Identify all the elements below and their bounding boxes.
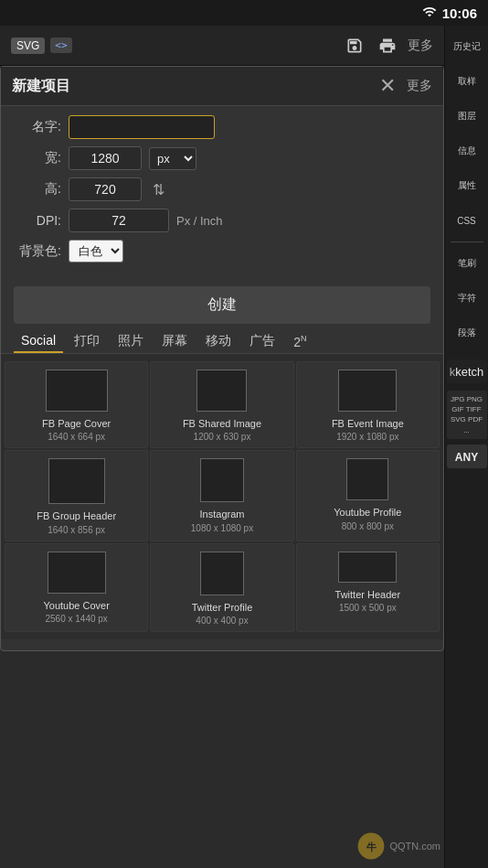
preset-instagram[interactable]: Instagram 1080 x 1080 px: [150, 450, 293, 541]
height-row: 高: ⇅: [14, 177, 430, 201]
preset-thumb-twitter-header: [338, 552, 397, 583]
svg-label: SVG: [11, 38, 45, 54]
save-icon[interactable]: [342, 33, 367, 59]
preset-thumb-youtube-profile: [346, 458, 388, 500]
new-project-dialog: 新建项目 ✕ 更多 名字: 宽: px cm mm in: [0, 66, 444, 651]
name-input[interactable]: [69, 115, 215, 139]
dpi-input[interactable]: [69, 209, 169, 232]
top-bar: SVG <> 更多: [0, 26, 444, 66]
preset-name-instagram: Instagram: [200, 508, 245, 520]
tab-custom-super: N: [301, 334, 307, 343]
dialog-close-button[interactable]: ✕: [379, 76, 396, 96]
tab-photo[interactable]: 照片: [111, 329, 151, 353]
sidebar-divider: [451, 241, 483, 242]
preset-fb-shared-image[interactable]: FB Shared Image 1200 x 630 px: [150, 361, 293, 448]
width-label: 宽:: [14, 150, 61, 166]
watermark-domain: QQTN.com: [389, 841, 440, 852]
form-area: 名字: 宽: px cm mm in 高: ⇅: [1, 106, 443, 279]
preset-thumb-fb-event-image: [338, 370, 397, 412]
create-button[interactable]: 创建: [14, 286, 430, 324]
preset-fb-group-header[interactable]: FB Group Header 1640 x 856 px: [5, 450, 148, 541]
bg-color-select[interactable]: 白色 黑色 透明: [69, 240, 123, 263]
preset-thumb-fb-group-header: [48, 458, 105, 504]
main-area: 新建项目 ✕ 更多 名字: 宽: px cm mm in: [0, 66, 444, 868]
sidebar-btn-sample[interactable]: 取样: [447, 65, 487, 98]
preset-size-fb-group-header: 1640 x 856 px: [48, 525, 105, 535]
dialog-header: 新建项目 ✕ 更多: [1, 67, 443, 106]
preset-name-youtube-profile: Youtube Profile: [334, 506, 401, 519]
bg-row: 背景色: 白色 黑色 透明: [14, 240, 430, 263]
sidebar-btn-info[interactable]: 信息: [447, 134, 487, 167]
tab-print[interactable]: 打印: [67, 329, 107, 353]
dpi-row: DPI: Px / Inch: [14, 209, 430, 232]
presets-grid: FB Page Cover 1640 x 664 px FB Shared Im…: [1, 354, 443, 639]
tabs-bar: Social 打印 照片 屏幕 移动 广告 2N: [1, 324, 443, 354]
svg-text:牛: 牛: [366, 841, 377, 852]
width-input[interactable]: [69, 146, 142, 170]
preset-name-fb-shared-image: FB Shared Image: [183, 417, 261, 430]
status-time: 10:06: [442, 5, 477, 21]
sidebar-btn-paragraph[interactable]: 段落: [447, 316, 487, 349]
preset-thumb-instagram: [200, 458, 244, 502]
wifi-icon: [422, 5, 437, 22]
preset-fb-event-image[interactable]: FB Event Image 1920 x 1080 px: [296, 361, 440, 448]
dpi-label: DPI:: [14, 213, 61, 228]
height-input[interactable]: [69, 177, 142, 201]
tab-social[interactable]: Social: [14, 329, 63, 353]
status-bar: 10:06: [0, 0, 488, 26]
tab-ads[interactable]: 广告: [242, 329, 282, 353]
preset-name-youtube-cover: Youtube Cover: [43, 599, 109, 612]
tab-custom[interactable]: 2N: [286, 330, 313, 353]
dpi-unit-label: Px / Inch: [176, 214, 223, 228]
preset-size-youtube-profile: 800 x 800 px: [342, 521, 394, 531]
sidebar-btn-char[interactable]: 字符: [447, 282, 487, 315]
sidebar-btn-css[interactable]: CSS: [447, 204, 487, 237]
dialog-title: 新建项目: [12, 77, 70, 96]
dialog-more-button[interactable]: 更多: [407, 78, 432, 94]
import-formats: JPG PNG GIF TIFF SVG PDF ...: [447, 391, 487, 439]
preset-twitter-header[interactable]: Twitter Header 1500 x 500 px: [296, 543, 440, 632]
preset-fb-page-cover[interactable]: FB Page Cover 1640 x 664 px: [5, 361, 148, 448]
preset-youtube-profile[interactable]: Youtube Profile 800 x 800 px: [296, 450, 440, 541]
watermark: 牛 QQTN.com: [356, 831, 440, 861]
preset-name-fb-page-cover: FB Page Cover: [42, 417, 111, 430]
preset-name-twitter-profile: Twitter Profile: [192, 601, 253, 614]
preset-name-fb-group-header: FB Group Header: [37, 509, 116, 522]
print-icon[interactable]: [375, 33, 400, 59]
preset-thumb-youtube-cover: [48, 552, 106, 594]
preset-thumb-fb-shared-image: [196, 370, 247, 412]
swap-dimensions-button[interactable]: ⇅: [149, 179, 168, 200]
preset-thumb-twitter-profile: [200, 552, 244, 595]
name-row: 名字:: [14, 115, 430, 139]
right-sidebar: 历史记 取样 图层 信息 属性 CSS 笔刷 字符 段落 kketch JPG …: [444, 26, 488, 868]
width-row: 宽: px cm mm in: [14, 146, 430, 170]
width-unit-select[interactable]: px cm mm in: [149, 147, 196, 170]
top-bar-icons: [342, 33, 400, 59]
tab-mobile[interactable]: 移动: [198, 329, 239, 353]
more-btn[interactable]: 更多: [408, 38, 433, 54]
preset-size-fb-shared-image: 1200 x 630 px: [194, 432, 251, 442]
preset-size-fb-event-image: 1920 x 1080 px: [336, 432, 398, 442]
bg-label: 背景色:: [14, 243, 61, 260]
name-label: 名字:: [14, 119, 61, 135]
sidebar-btn-history[interactable]: 历史记: [447, 30, 487, 63]
code-badge[interactable]: <>: [50, 38, 71, 53]
any-label: ANY: [447, 445, 487, 468]
dialog-header-right: ✕ 更多: [379, 76, 432, 96]
height-label: 高:: [14, 181, 61, 198]
preset-size-instagram: 1080 x 1080 px: [191, 523, 253, 533]
preset-size-youtube-cover: 2560 x 1440 px: [45, 614, 107, 624]
preset-name-fb-event-image: FB Event Image: [332, 417, 404, 430]
watermark-logo-icon: 牛: [356, 831, 386, 861]
preset-thumb-fb-page-cover: [46, 370, 108, 412]
preset-twitter-profile[interactable]: Twitter Profile 400 x 400 px: [150, 543, 293, 632]
preset-name-twitter-header: Twitter Header: [335, 588, 401, 601]
tab-screen[interactable]: 屏幕: [154, 329, 195, 353]
preset-size-twitter-profile: 400 x 400 px: [196, 616, 248, 626]
sidebar-btn-layers[interactable]: 图层: [447, 100, 487, 133]
sidebar-btn-properties[interactable]: 属性: [447, 169, 487, 202]
preset-youtube-cover[interactable]: Youtube Cover 2560 x 1440 px: [5, 543, 148, 632]
preset-size-fb-page-cover: 1640 x 664 px: [48, 432, 105, 442]
sketch-area: kketch: [447, 359, 487, 383]
sidebar-btn-brush[interactable]: 笔刷: [447, 247, 487, 280]
